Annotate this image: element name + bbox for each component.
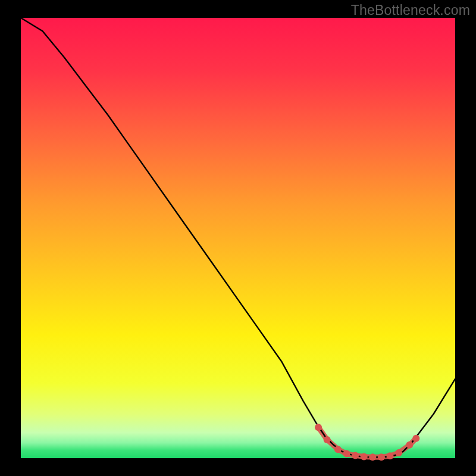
curve-marker	[412, 435, 419, 442]
curve-marker	[334, 446, 342, 453]
curve-marker	[378, 453, 385, 461]
curve-marker	[324, 436, 331, 443]
curve-marker	[395, 449, 402, 456]
bottleneck-curve-chart	[0, 0, 476, 476]
attribution-text: TheBottleneck.com	[351, 2, 470, 18]
plot-background	[21, 18, 455, 458]
curve-marker	[361, 453, 368, 460]
curve-marker	[343, 450, 350, 458]
chart-frame: TheBottleneck.com	[0, 0, 476, 476]
curve-marker	[352, 452, 359, 459]
curve-marker	[387, 452, 394, 459]
curve-marker	[406, 441, 413, 449]
curve-marker	[369, 453, 376, 461]
curve-marker	[315, 424, 322, 431]
